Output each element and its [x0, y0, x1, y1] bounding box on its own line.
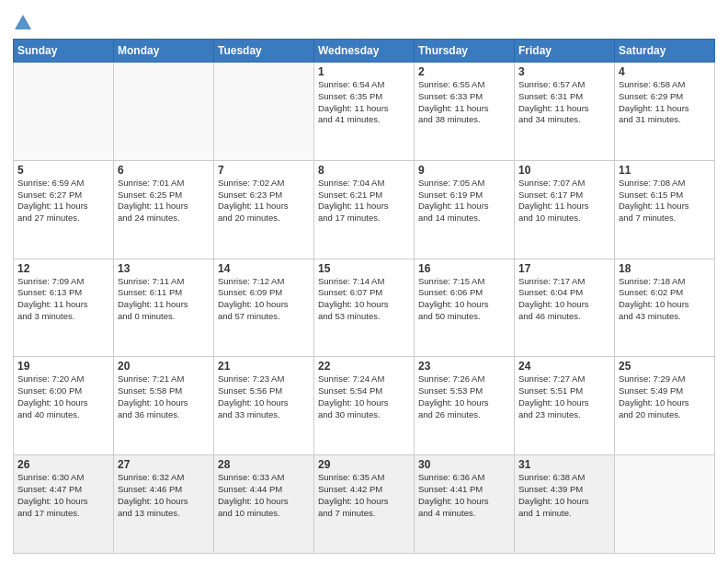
day-info: Sunrise: 7:11 AM Sunset: 6:11 PM Dayligh…	[118, 276, 210, 323]
day-info: Sunrise: 6:35 AM Sunset: 4:42 PM Dayligh…	[318, 472, 410, 519]
day-number: 5	[17, 164, 109, 177]
calendar-cell: 13Sunrise: 7:11 AM Sunset: 6:11 PM Dayli…	[114, 259, 214, 357]
day-info: Sunrise: 7:08 AM Sunset: 6:15 PM Dayligh…	[619, 178, 711, 224]
day-number: 7	[218, 164, 310, 177]
calendar-cell: 22Sunrise: 7:24 AM Sunset: 5:54 PM Dayli…	[314, 357, 415, 455]
day-info: Sunrise: 7:17 AM Sunset: 6:04 PM Dayligh…	[518, 276, 610, 323]
calendar-cell: 3Sunrise: 6:57 AM Sunset: 6:31 PM Daylig…	[515, 63, 615, 161]
day-info: Sunrise: 7:21 AM Sunset: 5:58 PM Dayligh…	[118, 373, 210, 420]
day-info: Sunrise: 7:27 AM Sunset: 5:51 PM Dayligh…	[518, 373, 610, 420]
calendar-header: SundayMondayTuesdayWednesdayThursdayFrid…	[14, 40, 715, 63]
calendar-cell: 21Sunrise: 7:23 AM Sunset: 5:56 PM Dayli…	[214, 357, 314, 455]
week-row-4: 19Sunrise: 7:20 AM Sunset: 6:00 PM Dayli…	[14, 357, 715, 455]
day-info: Sunrise: 7:07 AM Sunset: 6:17 PM Dayligh…	[518, 178, 610, 224]
week-row-1: 1Sunrise: 6:54 AM Sunset: 6:35 PM Daylig…	[14, 63, 715, 161]
day-number: 28	[218, 458, 310, 471]
day-number: 30	[418, 458, 510, 471]
day-number: 14	[218, 262, 310, 275]
day-info: Sunrise: 7:09 AM Sunset: 6:13 PM Dayligh…	[17, 276, 109, 323]
weekday-header-friday: Friday	[515, 40, 615, 63]
week-row-5: 26Sunrise: 6:30 AM Sunset: 4:47 PM Dayli…	[14, 455, 715, 554]
calendar-cell: 27Sunrise: 6:32 AM Sunset: 4:46 PM Dayli…	[114, 455, 214, 554]
weekday-header-thursday: Thursday	[415, 40, 515, 63]
calendar-cell: 4Sunrise: 6:58 AM Sunset: 6:29 PM Daylig…	[615, 63, 715, 161]
calendar-cell: 8Sunrise: 7:04 AM Sunset: 6:21 PM Daylig…	[314, 160, 415, 259]
day-info: Sunrise: 7:02 AM Sunset: 6:23 PM Dayligh…	[218, 178, 310, 224]
day-info: Sunrise: 6:36 AM Sunset: 4:41 PM Dayligh…	[418, 472, 510, 519]
calendar-cell	[615, 455, 715, 554]
calendar-cell: 25Sunrise: 7:29 AM Sunset: 5:49 PM Dayli…	[615, 357, 715, 455]
calendar-cell: 10Sunrise: 7:07 AM Sunset: 6:17 PM Dayli…	[515, 160, 615, 259]
day-info: Sunrise: 7:26 AM Sunset: 5:53 PM Dayligh…	[418, 373, 510, 420]
day-info: Sunrise: 6:30 AM Sunset: 4:47 PM Dayligh…	[17, 472, 109, 519]
day-number: 15	[318, 262, 410, 275]
weekday-header-sunday: Sunday	[14, 40, 114, 63]
day-number: 23	[418, 360, 510, 373]
day-number: 6	[118, 164, 210, 177]
calendar-cell: 18Sunrise: 7:18 AM Sunset: 6:02 PM Dayli…	[615, 259, 715, 357]
calendar-cell	[214, 63, 314, 161]
day-number: 24	[518, 360, 610, 373]
calendar-body: 1Sunrise: 6:54 AM Sunset: 6:35 PM Daylig…	[14, 63, 715, 554]
day-info: Sunrise: 7:23 AM Sunset: 5:56 PM Dayligh…	[218, 373, 310, 420]
day-number: 17	[518, 262, 610, 275]
calendar-cell: 9Sunrise: 7:05 AM Sunset: 6:19 PM Daylig…	[415, 160, 515, 259]
day-number: 4	[619, 65, 711, 78]
calendar-cell: 14Sunrise: 7:12 AM Sunset: 6:09 PM Dayli…	[214, 259, 314, 357]
day-info: Sunrise: 7:29 AM Sunset: 5:49 PM Dayligh…	[619, 373, 711, 420]
day-number: 22	[318, 360, 410, 373]
day-info: Sunrise: 6:38 AM Sunset: 4:39 PM Dayligh…	[518, 472, 610, 519]
day-info: Sunrise: 6:55 AM Sunset: 6:33 PM Dayligh…	[418, 79, 510, 126]
calendar-cell	[14, 63, 114, 161]
logo-icon	[13, 13, 33, 33]
weekday-header-tuesday: Tuesday	[214, 40, 314, 63]
calendar-cell: 28Sunrise: 6:33 AM Sunset: 4:44 PM Dayli…	[214, 455, 314, 554]
day-info: Sunrise: 6:32 AM Sunset: 4:46 PM Dayligh…	[118, 472, 210, 519]
weekday-header-monday: Monday	[114, 40, 214, 63]
day-number: 26	[17, 458, 109, 471]
calendar-cell: 7Sunrise: 7:02 AM Sunset: 6:23 PM Daylig…	[214, 160, 314, 259]
day-number: 13	[118, 262, 210, 275]
day-number: 16	[418, 262, 510, 275]
day-number: 11	[619, 164, 711, 177]
week-row-3: 12Sunrise: 7:09 AM Sunset: 6:13 PM Dayli…	[14, 259, 715, 357]
day-number: 25	[619, 360, 711, 373]
day-info: Sunrise: 7:01 AM Sunset: 6:25 PM Dayligh…	[118, 178, 210, 224]
calendar-cell: 24Sunrise: 7:27 AM Sunset: 5:51 PM Dayli…	[515, 357, 615, 455]
calendar-cell: 1Sunrise: 6:54 AM Sunset: 6:35 PM Daylig…	[314, 63, 415, 161]
calendar-cell: 2Sunrise: 6:55 AM Sunset: 6:33 PM Daylig…	[415, 63, 515, 161]
calendar-cell: 23Sunrise: 7:26 AM Sunset: 5:53 PM Dayli…	[415, 357, 515, 455]
calendar-cell: 29Sunrise: 6:35 AM Sunset: 4:42 PM Dayli…	[314, 455, 415, 554]
day-info: Sunrise: 7:04 AM Sunset: 6:21 PM Dayligh…	[318, 178, 410, 224]
day-info: Sunrise: 7:14 AM Sunset: 6:07 PM Dayligh…	[318, 276, 410, 323]
header	[13, 9, 715, 33]
calendar-cell: 6Sunrise: 7:01 AM Sunset: 6:25 PM Daylig…	[114, 160, 214, 259]
day-info: Sunrise: 7:18 AM Sunset: 6:02 PM Dayligh…	[619, 276, 711, 323]
calendar-cell: 11Sunrise: 7:08 AM Sunset: 6:15 PM Dayli…	[615, 160, 715, 259]
day-info: Sunrise: 7:12 AM Sunset: 6:09 PM Dayligh…	[218, 276, 310, 323]
day-number: 1	[318, 65, 410, 78]
day-info: Sunrise: 6:59 AM Sunset: 6:27 PM Dayligh…	[17, 178, 109, 224]
day-number: 2	[418, 65, 510, 78]
day-number: 8	[318, 164, 410, 177]
day-info: Sunrise: 6:33 AM Sunset: 4:44 PM Dayligh…	[218, 472, 310, 519]
day-info: Sunrise: 7:15 AM Sunset: 6:06 PM Dayligh…	[418, 276, 510, 323]
weekday-row: SundayMondayTuesdayWednesdayThursdayFrid…	[14, 40, 715, 63]
day-number: 31	[518, 458, 610, 471]
day-info: Sunrise: 7:20 AM Sunset: 6:00 PM Dayligh…	[17, 373, 109, 420]
day-info: Sunrise: 6:57 AM Sunset: 6:31 PM Dayligh…	[518, 79, 610, 126]
calendar-cell: 5Sunrise: 6:59 AM Sunset: 6:27 PM Daylig…	[14, 160, 114, 259]
day-info: Sunrise: 7:05 AM Sunset: 6:19 PM Dayligh…	[418, 178, 510, 224]
weekday-header-saturday: Saturday	[615, 40, 715, 63]
weekday-header-wednesday: Wednesday	[314, 40, 415, 63]
week-row-2: 5Sunrise: 6:59 AM Sunset: 6:27 PM Daylig…	[14, 160, 715, 259]
page: SundayMondayTuesdayWednesdayThursdayFrid…	[0, 0, 728, 563]
calendar-table: SundayMondayTuesdayWednesdayThursdayFrid…	[13, 39, 715, 554]
calendar-cell: 12Sunrise: 7:09 AM Sunset: 6:13 PM Dayli…	[14, 259, 114, 357]
calendar-cell: 30Sunrise: 6:36 AM Sunset: 4:41 PM Dayli…	[415, 455, 515, 554]
day-number: 29	[318, 458, 410, 471]
day-number: 20	[118, 360, 210, 373]
day-number: 12	[17, 262, 109, 275]
day-info: Sunrise: 7:24 AM Sunset: 5:54 PM Dayligh…	[318, 373, 410, 420]
calendar-cell: 17Sunrise: 7:17 AM Sunset: 6:04 PM Dayli…	[515, 259, 615, 357]
